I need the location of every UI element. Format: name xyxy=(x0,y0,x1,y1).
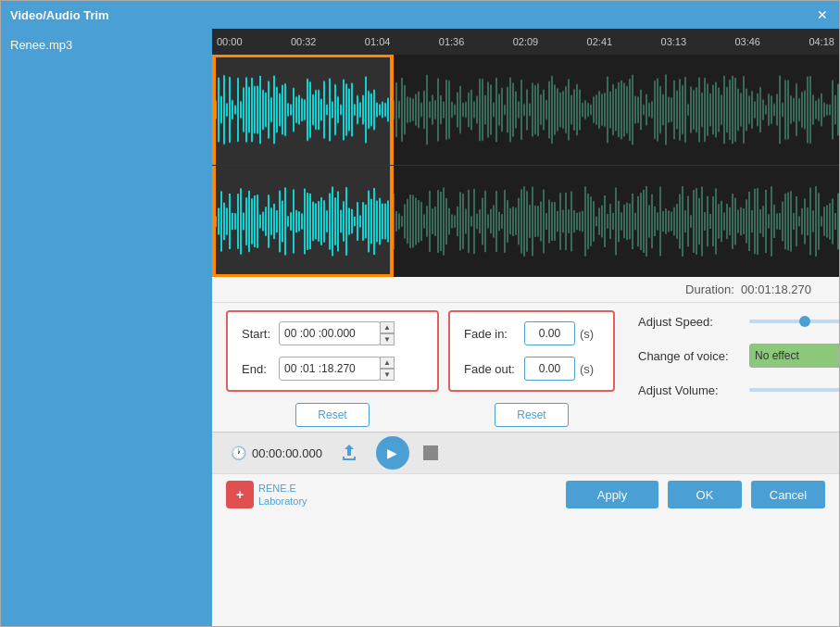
ruler-label-8: 04:18 xyxy=(809,36,834,47)
main-window: Video/Audio Trim ✕ Renee.mp3 00:00 00:32… xyxy=(0,0,840,627)
end-input[interactable] xyxy=(279,357,381,381)
close-button[interactable]: ✕ xyxy=(815,7,830,22)
trim-handle-right-top[interactable] xyxy=(390,55,394,165)
waveform-top xyxy=(212,55,839,166)
fade-out-input[interactable] xyxy=(524,357,575,381)
reset-buttons-row: Reset Reset xyxy=(226,403,615,427)
play-button[interactable]: ▶ xyxy=(376,436,409,470)
content-area: 00:00 00:32 01:04 01:36 02:09 02:41 03:1… xyxy=(212,29,839,626)
title-bar: Video/Audio Trim ✕ xyxy=(1,1,839,29)
window-title: Video/Audio Trim xyxy=(10,8,109,22)
right-controls: Adjust Speed: X ▶ Change of voice: xyxy=(629,310,839,427)
fade-in-unit: (s) xyxy=(580,327,594,341)
logo-icon-symbol: + xyxy=(236,487,244,502)
start-spin-down[interactable]: ▼ xyxy=(380,333,395,345)
sidebar: Renee.mp3 xyxy=(1,29,212,626)
logo-icon: + xyxy=(226,481,254,508)
selected-region-bottom xyxy=(212,166,390,277)
stop-button[interactable] xyxy=(423,445,438,460)
volume-label: Adjust Volume: xyxy=(638,383,740,397)
playback-time-value: 00:00:00.000 xyxy=(252,446,322,460)
end-spinner[interactable]: ▲ ▼ xyxy=(380,357,395,381)
fade-in-row: Fade in: (s) xyxy=(464,321,599,345)
playback-bar: 🕐 00:00:00.000 ▶ xyxy=(212,432,839,473)
duration-value: 00:01:18.270 xyxy=(741,282,811,296)
apply-button[interactable]: Apply xyxy=(566,481,658,508)
ruler-label-1: 00:32 xyxy=(291,36,317,47)
trim-fade-group: Start: ▲ ▼ End: xyxy=(226,310,615,392)
handle-bar-bottom xyxy=(212,274,394,277)
timeline-ruler: 00:00 00:32 01:04 01:36 02:09 02:41 03:1… xyxy=(212,29,839,55)
logo-line1: RENE.E xyxy=(258,482,307,495)
playback-time: 🕐 00:00:00.000 xyxy=(231,445,322,460)
duration-text: Duration: 00:01:18.270 xyxy=(685,282,811,296)
speed-slider-track[interactable] xyxy=(749,320,839,323)
fade-out-row: Fade out: (s) xyxy=(464,357,599,381)
end-spin-up[interactable]: ▲ xyxy=(380,357,395,369)
waveform-area[interactable] xyxy=(212,55,839,277)
end-spin-down[interactable]: ▼ xyxy=(380,369,395,381)
voice-select-wrapper: No effect Male Female Child ▼ xyxy=(749,344,839,368)
handle-bar-top xyxy=(212,55,394,57)
main-area: Renee.mp3 00:00 00:32 01:04 01:36 02:09 … xyxy=(1,29,839,626)
cancel-button[interactable]: Cancel xyxy=(751,481,825,508)
fade-out-unit: (s) xyxy=(580,362,594,376)
fade-panel: Fade in: (s) Fade out: (s) xyxy=(448,310,615,392)
ruler-label-6: 03:13 xyxy=(661,36,687,47)
speed-label: Adjust Speed: xyxy=(638,315,740,329)
start-spinner[interactable]: ▲ ▼ xyxy=(380,321,395,345)
waveform-bottom xyxy=(212,166,839,277)
end-row: End: ▲ ▼ xyxy=(242,357,423,381)
ok-button[interactable]: OK xyxy=(668,481,742,508)
ruler-labels: 00:00 00:32 01:04 01:36 02:09 02:41 03:1… xyxy=(217,36,834,47)
ruler-label-4: 02:09 xyxy=(513,36,539,47)
bottom-bar: + RENE.E Laboratory Apply OK Cancel xyxy=(212,473,839,515)
duration-label: Duration: xyxy=(685,282,734,296)
end-label: End: xyxy=(242,362,279,376)
ruler-label-2: 01:04 xyxy=(365,36,391,47)
logo-area: + RENE.E Laboratory xyxy=(226,481,307,508)
trim-reset-wrapper: Reset xyxy=(226,403,439,427)
fade-reset-button[interactable]: Reset xyxy=(495,403,569,427)
selected-region-top xyxy=(212,55,390,165)
fade-out-label: Fade out: xyxy=(464,362,524,376)
trim-handle-left-bottom[interactable] xyxy=(212,166,216,277)
speed-slider-thumb[interactable] xyxy=(799,316,810,327)
trim-handle-right-bottom[interactable] xyxy=(390,166,394,277)
volume-slider-track[interactable] xyxy=(749,388,839,392)
ruler-label-0: 00:00 xyxy=(217,36,243,47)
ruler-label-3: 01:36 xyxy=(439,36,465,47)
export-button[interactable] xyxy=(336,440,362,466)
fade-in-label: Fade in: xyxy=(464,327,524,341)
ruler-label-7: 03:46 xyxy=(734,36,760,47)
start-spin-up[interactable]: ▲ xyxy=(380,321,395,333)
start-row: Start: ▲ ▼ xyxy=(242,321,423,345)
trim-reset-button[interactable]: Reset xyxy=(295,403,370,427)
voice-select[interactable]: No effect Male Female Child xyxy=(749,344,839,368)
fade-reset-wrapper: Reset xyxy=(448,403,615,427)
clock-icon: 🕐 xyxy=(231,445,246,460)
start-input[interactable] xyxy=(279,321,381,345)
controls-wrapper: Start: ▲ ▼ End: xyxy=(212,303,839,432)
start-label: Start: xyxy=(242,327,279,341)
duration-bar: Duration: 00:01:18.270 xyxy=(212,277,839,303)
logo-text: RENE.E Laboratory xyxy=(258,482,307,508)
logo-line2: Laboratory xyxy=(258,495,307,508)
voice-row: Change of voice: No effect Male Female C… xyxy=(638,344,839,368)
voice-label: Change of voice: xyxy=(638,349,740,363)
ruler-label-5: 02:41 xyxy=(587,36,613,47)
speed-row: Adjust Speed: X ▶ xyxy=(638,310,839,332)
fade-in-input[interactable] xyxy=(524,321,575,345)
sidebar-filename[interactable]: Renee.mp3 xyxy=(10,38,203,52)
volume-row: Adjust Volume: % xyxy=(638,379,839,401)
trim-panel: Start: ▲ ▼ End: xyxy=(226,310,439,392)
trim-handle-left-top[interactable] xyxy=(212,55,216,165)
